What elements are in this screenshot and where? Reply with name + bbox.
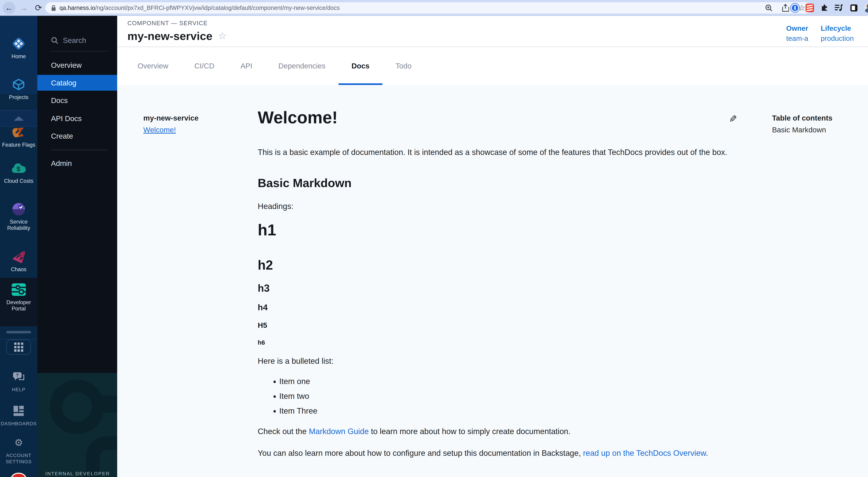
main-panel: COMPONENT — SERVICE my-new-service ☆ Own…: [117, 16, 868, 477]
entity-tabs: Overview CI/CD API Dependencies Docs Tod…: [117, 47, 868, 85]
idp-sidebar: Search Overview Catalog Docs API Docs Cr…: [37, 16, 117, 477]
nav-label: Feature Flags: [0, 142, 37, 148]
sidebar-item-api-docs[interactable]: API Docs: [51, 115, 82, 123]
nav-service-reliability[interactable]: Service Reliability: [0, 202, 37, 231]
nav-chaos[interactable]: Chaos: [0, 249, 37, 273]
rail-scroll-up[interactable]: [0, 110, 37, 127]
extension-puzzle-icon[interactable]: [819, 3, 829, 13]
share-icon[interactable]: [780, 3, 790, 13]
tab-docs[interactable]: Docs: [339, 47, 383, 85]
sidebar-item-catalog[interactable]: Catalog: [37, 75, 117, 91]
lifecycle-meta[interactable]: Lifecycleproduction: [821, 23, 854, 43]
docs-content-area: my-new-service Welcome! ✎ Table of conte…: [117, 85, 868, 477]
tab-dependencies[interactable]: Dependencies: [266, 47, 339, 85]
list-item: Item one: [279, 374, 734, 389]
grid-icon: [14, 342, 23, 352]
nav-cloud-costs[interactable]: $ Cloud Costs: [0, 161, 37, 184]
sidebar-toggle-icon[interactable]: [849, 3, 859, 13]
doc-sample-h6: h6: [258, 339, 734, 346]
nav-label: Cloud Costs: [0, 178, 37, 184]
doc-heading-welcome: Welcome!: [258, 108, 734, 127]
sidebar-item-docs[interactable]: Docs: [51, 96, 68, 105]
doc-paragraph: Here is a bulleted list:: [258, 355, 734, 367]
reload-icon[interactable]: ⟳: [32, 2, 45, 14]
sidebar-item-overview[interactable]: Overview: [51, 61, 82, 69]
nav-dashboards[interactable]: DASHBOARDS: [0, 404, 37, 427]
chevron-up-icon: [14, 116, 24, 121]
sidebar-item-admin[interactable]: Admin: [51, 159, 72, 168]
url-text: qa.harness.io/ng/account/px7xd_BFRCi-pfW…: [60, 4, 340, 11]
tab-cicd[interactable]: CI/CD: [181, 47, 227, 85]
markdown-guide-link[interactable]: Markdown Guide: [309, 427, 369, 436]
doc-paragraph: You can also learn more about how to con…: [258, 447, 734, 459]
nav-label: Projects: [0, 94, 37, 100]
reading-list-icon[interactable]: [834, 3, 844, 13]
module-rail: Home Projects Feature Flags $ Cloud Cost…: [0, 16, 37, 477]
page-title: my-new-service: [127, 30, 213, 42]
service-reliability-icon: [0, 202, 37, 217]
browser-toolbar: ← → ⟳ qa.harness.io/ng/account/px7xd_BFR…: [0, 0, 868, 16]
home-icon: [0, 36, 37, 51]
module-picker-button[interactable]: [6, 339, 31, 355]
nav-label: Service Reliability: [0, 219, 37, 231]
nav-projects[interactable]: Projects: [0, 77, 37, 100]
nav-label: HELP: [0, 387, 37, 393]
onepassword-icon[interactable]: [790, 3, 800, 13]
brand-label-small: INTERNAL DEVELOPER: [45, 471, 110, 476]
back-arrow-icon[interactable]: ←: [3, 2, 15, 14]
rail-drag-handle[interactable]: [6, 331, 31, 333]
doc-sample-h5: H5: [258, 321, 734, 330]
nav-account-settings[interactable]: ⚙ ACCOUNT SETTINGS: [0, 435, 37, 465]
gear-icon: ⚙: [0, 435, 37, 450]
search-placeholder: Search: [63, 36, 86, 44]
docs-nav-link-welcome[interactable]: Welcome!: [143, 126, 176, 134]
techdocs-overview-link[interactable]: read up on the TechDocs Overview: [583, 449, 706, 457]
nav-home[interactable]: Home: [0, 36, 37, 60]
breadcrumb: COMPONENT — SERVICE: [127, 20, 208, 27]
doc-sample-h2: h2: [258, 258, 734, 272]
address-bar[interactable]: qa.harness.io/ng/account/px7xd_BFRCi-pfW…: [45, 2, 811, 13]
user-avatar[interactable]: HM: [11, 473, 27, 477]
doc-sample-h3: h3: [258, 282, 734, 294]
owner-meta[interactable]: Ownerteam-a: [786, 23, 808, 43]
entity-menu-kebab[interactable]: ⋮: [866, 26, 868, 36]
doc-bulleted-list: Item one Item two Item Three: [279, 374, 734, 418]
todoist-icon[interactable]: [805, 3, 814, 13]
sidebar-brand: INTERNAL DEVELOPER Portal: [37, 373, 117, 477]
projects-icon: [0, 77, 37, 92]
zoom-search-icon[interactable]: [764, 3, 774, 13]
dashboards-icon: [0, 404, 37, 418]
nav-label: DASHBOARDS: [0, 421, 37, 427]
doc-body: Welcome! This is a basic example of docu…: [258, 85, 734, 477]
nav-label: Chaos: [0, 266, 37, 272]
toc-item-basic-markdown[interactable]: Basic Markdown: [772, 126, 826, 134]
developer-portal-icon: [0, 282, 37, 297]
toc-title: Table of contents: [772, 114, 832, 122]
doc-sample-h4: h4: [258, 302, 734, 312]
svg-text:$: $: [17, 165, 20, 173]
profile-avatar[interactable]: [864, 3, 868, 13]
chaos-icon: [0, 249, 37, 264]
feature-flags-icon: [0, 125, 37, 140]
docs-nav-title: my-new-service: [143, 114, 198, 122]
search-input[interactable]: Search: [51, 36, 86, 44]
nav-help[interactable]: ? HELP: [0, 369, 37, 393]
lock-icon: [51, 5, 56, 11]
tab-todo[interactable]: Todo: [382, 47, 425, 85]
doc-sample-h1: h1: [258, 221, 734, 239]
help-chat-icon: ?: [0, 369, 37, 384]
app-window: ← → ⟳ qa.harness.io/ng/account/px7xd_BFR…: [0, 0, 868, 477]
nav-feature-flags[interactable]: Feature Flags: [0, 125, 37, 148]
nav-label: ACCOUNT SETTINGS: [0, 452, 37, 465]
doc-paragraph: This is a basic example of documentation…: [258, 147, 734, 158]
nav-developer-portal[interactable]: Developer Portal: [0, 282, 37, 312]
cloud-costs-icon: $: [0, 161, 37, 176]
favorite-star-icon[interactable]: ☆: [218, 31, 227, 41]
tab-overview[interactable]: Overview: [125, 47, 181, 85]
sidebar-item-create[interactable]: Create: [51, 132, 73, 140]
decorative-circuit: [50, 380, 104, 434]
tab-api[interactable]: API: [227, 47, 265, 85]
forward-arrow-icon[interactable]: →: [18, 2, 30, 14]
doc-paragraph: Headings:: [258, 201, 734, 212]
svg-text:?: ?: [16, 373, 19, 378]
